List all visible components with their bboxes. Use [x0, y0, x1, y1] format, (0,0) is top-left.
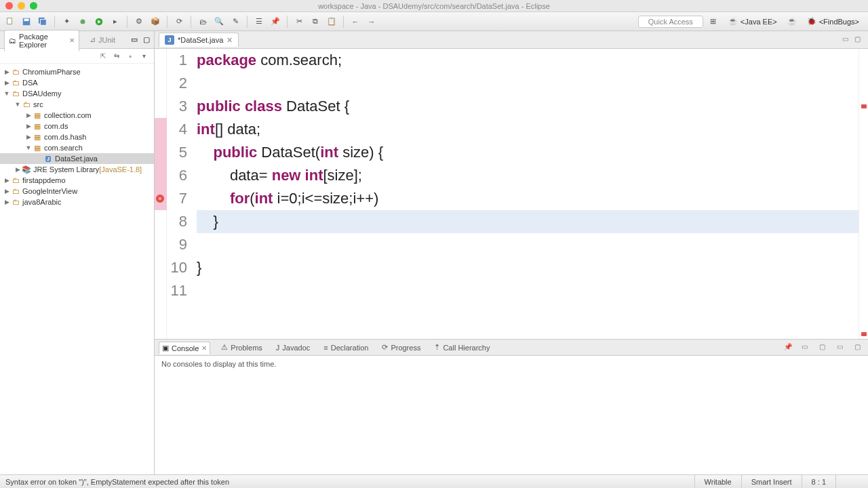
maximize-view-icon[interactable]: ▢ [143, 35, 150, 44]
project-icon: 🗀 [11, 176, 20, 185]
maximize-icon[interactable]: ▢ [854, 343, 864, 352]
search-icon[interactable]: 🔍 [213, 16, 225, 28]
code-line[interactable] [197, 279, 859, 302]
code-line[interactable]: public class DataSet { [197, 95, 859, 118]
tree-item-chromiumpharse[interactable]: ▶🗀ChromiumPharse [0, 66, 154, 77]
chevron-right-icon[interactable]: ▶ [14, 166, 22, 173]
close-tab-icon[interactable]: ✕ [201, 344, 207, 352]
tree-item-label: DSAUdemy [22, 89, 61, 98]
cut-icon[interactable]: ✂ [293, 16, 305, 28]
chevron-down-icon[interactable]: ▼ [24, 144, 33, 151]
code-line[interactable]: data= new int[size]; [197, 164, 859, 187]
bottom-tab-javadoc[interactable]: JJavadoc [273, 342, 313, 353]
chevron-right-icon[interactable]: ▶ [24, 134, 33, 140]
code-line[interactable]: for(int i=0;i<=size;i++) [197, 187, 859, 210]
gutter-highlight [155, 141, 167, 164]
overview-error-mark[interactable] [861, 104, 867, 108]
save-all-icon[interactable] [37, 16, 49, 28]
back-icon[interactable]: ← [349, 16, 361, 28]
open-type-icon[interactable]: 🗁 [197, 16, 209, 28]
tab-package-explorer[interactable]: 🗂 Package Explorer ✕ [4, 30, 79, 52]
tree-item-dataset-java[interactable]: JDataSet.java [0, 153, 154, 164]
tree-item-com-search[interactable]: ▼▦com.search [0, 142, 154, 153]
tree-item-googleinterview[interactable]: ▶🗀GoogleInterView [0, 186, 154, 197]
editor-minimize-icon[interactable]: ▭ [842, 35, 852, 45]
run-icon[interactable] [93, 16, 105, 28]
pin-icon[interactable]: 📌 [784, 343, 793, 352]
editor-tab-dataset[interactable]: J *DataSet.java ✕ [159, 33, 239, 47]
maximize-window-button[interactable] [30, 2, 37, 9]
close-window-button[interactable] [5, 2, 13, 9]
tree-item-com-ds-hash[interactable]: ▶▦com.ds.hash [0, 131, 154, 142]
java-perspective-icon[interactable]: ☕ [786, 16, 798, 28]
tree-item-jre-system-library[interactable]: ▶📚JRE System Library [JavaSE-1.8] [0, 164, 154, 175]
bottom-tab-call-hierarchy[interactable]: ⇡Call Hierarchy [431, 342, 492, 353]
minimize-view-icon[interactable]: ▭ [131, 35, 138, 44]
tree-item-label: src [33, 100, 43, 108]
display-icon[interactable]: ▭ [802, 343, 811, 352]
chevron-right-icon[interactable]: ▶ [3, 199, 11, 205]
tree-item-dsa[interactable]: ▶🗀DSA [0, 77, 154, 88]
tree-item-dsaudemy[interactable]: ▼🗀DSAUdemy [0, 88, 154, 99]
view-menu-icon[interactable]: ▾ [139, 52, 149, 61]
tree-item-src[interactable]: ▼🗀src [0, 99, 154, 110]
collapse-all-icon[interactable]: ⇱ [98, 52, 108, 61]
bottom-tab-declaration[interactable]: ≡Declaration [321, 342, 371, 353]
forward-icon[interactable]: → [366, 16, 378, 28]
close-tab-icon[interactable]: ✕ [69, 37, 75, 44]
chevron-down-icon[interactable]: ▼ [3, 90, 11, 97]
task-icon[interactable]: ✎ [229, 16, 241, 28]
new-package-icon[interactable]: 📦 [149, 16, 161, 28]
focus-icon[interactable]: ∘ [125, 52, 135, 61]
overview-error-summary[interactable] [861, 332, 867, 336]
tree-item-suffix: [JavaSE-1.8] [99, 165, 142, 174]
chevron-right-icon[interactable]: ▶ [24, 123, 33, 129]
java-icon: J [43, 154, 53, 163]
chevron-right-icon[interactable]: ▶ [3, 177, 11, 184]
bottom-tab-progress[interactable]: ⟳Progress [379, 342, 423, 353]
toggle-breadcrumb-icon[interactable]: ☰ [253, 16, 265, 28]
tree-item-java8arabic[interactable]: ▶🗀java8Arabic [0, 197, 154, 207]
tree-item-collection-com[interactable]: ▶▦collection.com [0, 110, 154, 121]
minimize-icon[interactable]: ▭ [837, 343, 846, 352]
perspective-javaee[interactable]: ☕ <Java EE> [724, 15, 782, 28]
chevron-right-icon[interactable]: ▶ [3, 79, 11, 86]
perspective-findbugs[interactable]: 🐞 <FindBugs> [802, 15, 864, 28]
link-editor-icon[interactable]: ⇆ [112, 52, 121, 61]
bottom-tab-console[interactable]: ▣Console✕ [159, 342, 210, 354]
code-line[interactable]: public DataSet(int size) { [197, 141, 859, 164]
tree-item-com-ds[interactable]: ▶▦com.ds [0, 121, 154, 131]
code-line[interactable]: } [197, 256, 859, 279]
minimize-window-button[interactable] [18, 2, 25, 9]
tree-item-firstappdemo[interactable]: ▶🗀firstappdemo [0, 175, 154, 186]
code-line[interactable]: int[] data; [197, 118, 859, 141]
quick-access-input[interactable]: Quick Access [638, 16, 703, 28]
run-last-icon[interactable]: ▸ [109, 16, 121, 28]
chevron-right-icon[interactable]: ▶ [3, 188, 11, 195]
pin-icon[interactable]: 📌 [269, 16, 281, 28]
tab-junit[interactable]: ⊿ JUnit [85, 33, 120, 47]
new-console-icon[interactable]: ▢ [819, 343, 829, 352]
error-marker-icon[interactable]: × [156, 195, 164, 203]
code-editor[interactable]: × 1234567891011 package com.search;publi… [155, 49, 868, 339]
new-server-icon[interactable]: ⚙ [133, 16, 145, 28]
debug-icon[interactable] [77, 16, 89, 28]
package-tree[interactable]: ▶🗀ChromiumPharse▶🗀DSA▼🗀DSAUdemy▼🗀src▶▦co… [0, 64, 154, 474]
chevron-down-icon[interactable]: ▼ [14, 101, 22, 108]
chevron-right-icon[interactable]: ▶ [3, 68, 11, 75]
wand-icon[interactable]: ✦ [60, 16, 73, 28]
code-line[interactable]: } [197, 210, 859, 233]
editor-maximize-icon[interactable]: ▢ [854, 35, 864, 45]
copy-icon[interactable]: ⧉ [309, 16, 321, 28]
new-icon[interactable] [4, 16, 16, 28]
code-line[interactable]: package com.search; [197, 49, 859, 72]
paste-icon[interactable]: 📋 [326, 16, 338, 28]
save-icon[interactable] [20, 16, 33, 28]
code-line[interactable] [197, 72, 859, 95]
refresh-icon[interactable]: ⟳ [173, 16, 185, 28]
chevron-right-icon[interactable]: ▶ [24, 112, 33, 119]
bottom-tab-problems[interactable]: ⚠Problems [218, 342, 264, 353]
open-perspective-icon[interactable]: ⊞ [707, 16, 719, 28]
close-editor-tab-icon[interactable]: ✕ [226, 36, 233, 45]
code-line[interactable] [197, 233, 859, 256]
